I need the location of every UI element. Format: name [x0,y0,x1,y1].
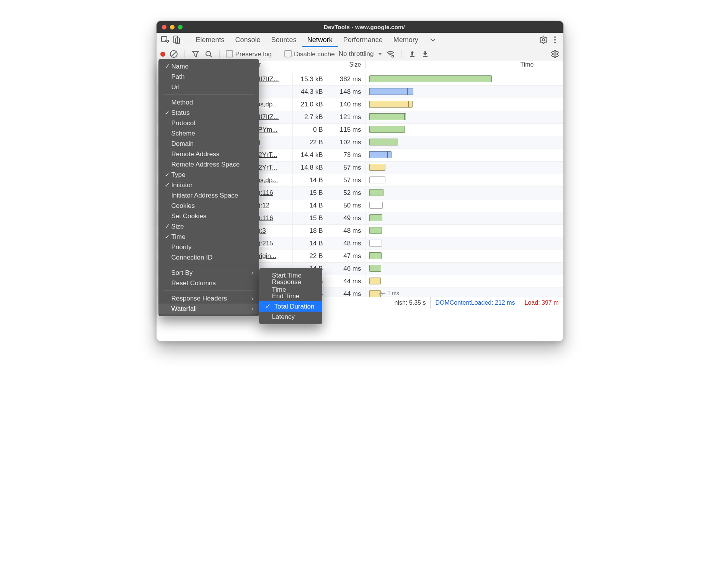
tab-sources[interactable]: Sources [266,33,302,47]
menu-item-initiator[interactable]: ✓Initiator [158,180,259,190]
menu-item-initiator-address-space[interactable]: Initiator Address Space [158,190,259,201]
size: 15 B [293,212,327,224]
waterfall-cell [366,86,538,98]
waterfall-cell [366,136,538,149]
menu-item-reset-columns[interactable]: Reset Columns [158,278,259,288]
waterfall-cell [366,237,538,250]
divider [219,50,220,58]
time: 148 ms [327,86,366,98]
time: 44 ms [327,288,366,297]
menu-item-name[interactable]: ✓Name [158,61,259,72]
time: 102 ms [327,136,366,149]
size: 14.8 kB [293,162,327,174]
menu-item-connection-id[interactable]: Connection ID [158,252,259,263]
window-title: DevTools - www.google.com/ [166,24,563,30]
kebab-menu-icon[interactable] [550,35,560,44]
status-load: Load: 397 m [520,297,563,309]
tab-performance[interactable]: Performance [338,33,388,47]
waterfall-cell [366,250,538,262]
size: 14 B [293,199,327,212]
time: 49 ms [327,212,366,224]
menu-item-remote-address[interactable]: Remote Address [158,149,259,159]
waterfall-cell [366,187,538,199]
download-icon[interactable] [421,49,430,59]
menu-item-path[interactable]: Path [158,72,259,82]
menu-item-method[interactable]: Method [158,97,259,108]
tab-elements[interactable]: Elements [191,33,230,47]
tab-memory[interactable]: Memory [388,33,424,47]
more-panels-icon[interactable] [428,35,437,44]
svg-point-3 [542,39,545,41]
size: 18 B [293,225,327,237]
time: 47 ms [327,250,366,262]
check-icon: ✓ [164,62,171,70]
col-size[interactable]: Size [327,61,366,68]
svg-rect-10 [410,56,414,57]
time: 48 ms [327,237,366,250]
menu-item-sort-by[interactable]: Sort By› [158,268,259,278]
submenu-item-latency[interactable]: Latency [259,312,322,322]
check-icon: ✓ [164,233,171,241]
preserve-log-toggle[interactable]: Preserve log [226,50,272,58]
check-icon: ✓ [164,222,171,230]
menu-item-remote-address-space[interactable]: Remote Address Space [158,159,259,170]
waterfall-submenu[interactable]: Start TimeResponse TimeEnd Time✓Total Du… [259,268,322,324]
size: 14 B [293,174,327,186]
menu-item-domain[interactable]: Domain [158,139,259,149]
menu-item-url[interactable]: Url [158,82,259,92]
settings-gear-icon[interactable] [550,49,560,59]
menu-item-response-headers[interactable]: Response Headers› [158,293,259,304]
time: 57 ms [327,174,366,186]
size: 2.7 kB [293,111,327,123]
status-dcl: DOMContentLoaded: 212 ms [431,297,520,309]
check-icon: ✓ [164,181,171,189]
menu-item-size[interactable]: ✓Size [158,221,259,232]
settings-gear-icon[interactable] [539,35,548,44]
waterfall-cell [366,275,538,287]
submenu-item-response-time[interactable]: Response Time [259,281,322,291]
waterfall-cell [366,149,538,161]
svg-point-5 [554,39,556,41]
size: 0 B [293,124,327,136]
menu-item-set-cookies[interactable]: Set Cookies [158,211,259,221]
menu-item-protocol[interactable]: Protocol [158,118,259,128]
svg-point-4 [554,36,556,38]
menu-item-time[interactable]: ✓Time [158,232,259,242]
inspect-icon[interactable] [160,35,170,44]
check-icon: ✓ [164,109,171,117]
menu-item-priority[interactable]: Priority [158,242,259,252]
filter-icon[interactable] [191,49,200,59]
waterfall-cell [366,212,538,224]
tab-console[interactable]: Console [230,33,266,47]
tab-network[interactable]: Network [302,33,338,47]
col-time[interactable]: Time [366,61,538,68]
menu-item-cookies[interactable]: Cookies [158,201,259,211]
size: 14.4 kB [293,149,327,161]
time: 115 ms [327,124,366,136]
svg-rect-11 [423,56,428,57]
waterfall-cell [366,73,538,85]
network-conditions-icon[interactable] [386,49,395,59]
waterfall-cell [366,263,538,275]
throttling-select[interactable]: No throttling [339,50,382,58]
size: 14 B [293,237,327,250]
search-icon[interactable] [204,49,213,59]
upload-icon[interactable] [408,49,417,59]
disable-cache-toggle[interactable]: Disable cache [284,50,335,58]
chevron-right-icon: › [251,295,254,302]
time: 48 ms [327,225,366,237]
waterfall-cell [366,174,538,186]
record-button[interactable] [160,52,165,57]
chevron-right-icon: › [251,269,254,277]
menu-item-scheme[interactable]: Scheme [158,128,259,139]
menu-item-type[interactable]: ✓Type [158,170,259,180]
device-toggle-icon[interactable] [172,35,181,44]
time: 50 ms [327,199,366,212]
clear-icon[interactable] [169,49,178,59]
menu-item-status[interactable]: ✓Status [158,108,259,118]
check-icon: ✓ [264,302,271,310]
menu-item-waterfall[interactable]: Waterfall› [158,304,259,314]
submenu-item-total-duration[interactable]: ✓Total Duration [259,301,322,312]
time: 140 ms [327,98,366,111]
columns-context-menu[interactable]: ✓NamePathUrlMethod✓StatusProtocolSchemeD… [158,59,259,316]
